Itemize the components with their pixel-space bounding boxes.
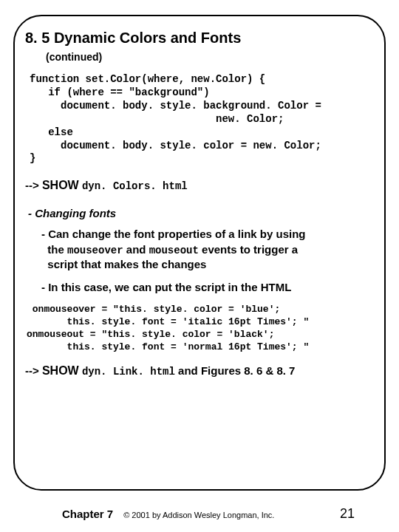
arrow-icon: --> bbox=[25, 364, 39, 377]
code-block-1: function set.Color(where, new.Color) { i… bbox=[30, 73, 374, 166]
footer-chapter: Chapter 7 bbox=[62, 508, 113, 520]
footer-page-number: 21 bbox=[340, 506, 355, 522]
bullet-1-part-c: and bbox=[123, 243, 149, 256]
code-block-2: onmouseover = "this. style. color = 'blu… bbox=[27, 304, 374, 354]
bullet-1: - Can change the font properties of a li… bbox=[41, 227, 374, 272]
slide-subtitle: (continued) bbox=[46, 51, 374, 63]
show-file-1: dyn. Colors. html bbox=[82, 180, 188, 192]
show-file-2: dyn. Link. html bbox=[82, 366, 175, 378]
bullet-1-part-b: the bbox=[47, 243, 67, 256]
show-line-1: --> SHOW dyn. Colors. html bbox=[25, 179, 374, 192]
section-heading: - Changing fonts bbox=[28, 207, 374, 219]
show-rest: and Figures 8. 6 & 8. 7 bbox=[175, 364, 296, 377]
slide-frame: 8. 5 Dynamic Colors and Fonts (continued… bbox=[13, 15, 386, 491]
slide-footer: Chapter 7 © 2001 by Addison Wesley Longm… bbox=[0, 506, 399, 522]
bullet-1-line3: script that makes the changes bbox=[47, 258, 206, 270]
bullet-1-part-d: events to trigger a bbox=[199, 243, 298, 256]
show-line-2: --> SHOW dyn. Link. html and Figures 8. … bbox=[25, 364, 374, 378]
show-label: SHOW bbox=[42, 364, 79, 377]
code-inline-mouseover: mouseover bbox=[67, 245, 123, 256]
footer-copyright: © 2001 by Addison Wesley Longman, Inc. bbox=[123, 511, 274, 519]
bullet-2: - In this case, we can put the script in… bbox=[41, 280, 374, 295]
arrow-icon: --> bbox=[25, 179, 39, 191]
code-inline-mouseout: mouseout bbox=[149, 245, 199, 256]
show-label: SHOW bbox=[42, 179, 79, 191]
bullet-1-line1: - Can change the font properties of a li… bbox=[41, 228, 306, 240]
slide-title: 8. 5 Dynamic Colors and Fonts bbox=[25, 30, 374, 47]
